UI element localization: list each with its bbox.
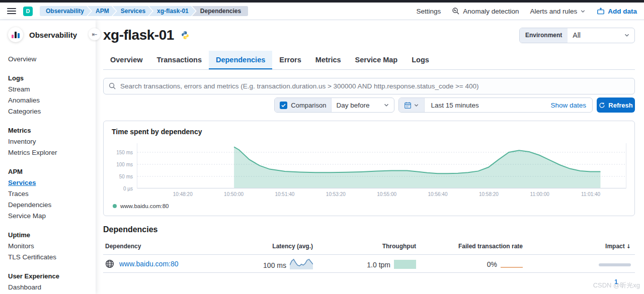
- breadcrumb-xg-flask-01[interactable]: xg-flask-01: [149, 6, 196, 16]
- show-dates-link[interactable]: Show dates: [544, 98, 592, 112]
- x-tick: 11:00:00: [530, 191, 549, 197]
- menu-icon[interactable]: [7, 8, 16, 14]
- add-data-link[interactable]: Add data: [597, 7, 637, 15]
- tab-metrics[interactable]: Metrics: [308, 51, 348, 69]
- observability-logo-icon: [8, 27, 23, 42]
- legend-label[interactable]: www.baidu.com:80: [120, 203, 169, 209]
- sidebar-group-apm: APM: [8, 166, 88, 177]
- date-picker-quick-menu[interactable]: [399, 98, 425, 112]
- sidebar-item-services[interactable]: Services: [8, 177, 88, 188]
- time-range-value[interactable]: Last 15 minutes: [425, 98, 544, 112]
- sidebar-group-logs: Logs: [8, 73, 88, 83]
- latency-sparkline: [290, 258, 313, 269]
- dependencies-section-title: Dependencies: [103, 225, 635, 234]
- sidebar-item-dashboard[interactable]: Dashboard: [8, 281, 88, 292]
- failed-rate-sparkline: [501, 259, 523, 268]
- y-tick: 50 ms: [119, 174, 133, 179]
- sidebar-item-dependencies[interactable]: Dependencies: [8, 199, 88, 210]
- sidebar-app-title: Observability: [29, 31, 77, 39]
- x-tick: 11:01:40: [581, 191, 600, 197]
- x-tick: 10:51:40: [275, 191, 294, 197]
- collapse-sidebar-icon[interactable]: ⇤: [89, 28, 101, 40]
- sidebar-item-monitors[interactable]: Monitors: [8, 240, 88, 251]
- tab-logs[interactable]: Logs: [405, 51, 436, 69]
- column-header-throughput[interactable]: Throughput: [317, 238, 420, 255]
- breadcrumb-services[interactable]: Services: [113, 6, 152, 16]
- sidebar-item-overview[interactable]: Overview: [8, 53, 88, 64]
- tab-transactions[interactable]: Transactions: [150, 51, 209, 69]
- tab-service-map[interactable]: Service Map: [348, 51, 405, 69]
- sidebar-group-metrics: Metrics: [8, 125, 88, 136]
- y-tick: 100 ms: [116, 162, 133, 167]
- y-tick: 0 µs: [123, 186, 133, 191]
- tab-errors[interactable]: Errors: [272, 51, 308, 69]
- breadcrumb-dependencies: Dependencies: [192, 6, 248, 16]
- x-tick: 10:55:00: [377, 191, 396, 197]
- environment-value: All: [568, 28, 624, 43]
- tab-dependencies[interactable]: Dependencies: [209, 51, 272, 69]
- main-content: xg-flask-01 Environment All OverviewTran…: [96, 20, 644, 294]
- y-axis-labels: 150 ms100 ms50 ms0 µs: [112, 143, 137, 188]
- latency-value: 100 ms: [263, 261, 286, 269]
- column-header-impact[interactable]: Impact↓: [527, 238, 635, 255]
- comparison-checkbox[interactable]: [280, 102, 287, 109]
- tab-overview[interactable]: Overview: [103, 51, 150, 69]
- breadcrumbs: ObservabilityAPMServicesxg-flask-01Depen…: [40, 6, 248, 16]
- sidebar-item-metrics-explorer[interactable]: Metrics Explorer: [8, 147, 88, 158]
- time-spent-panel: Time spent by dependency 150 ms100 ms50 …: [103, 121, 635, 216]
- failed-rate-value: 0%: [487, 260, 497, 268]
- date-picker-group: Last 15 minutes Show dates: [398, 97, 593, 113]
- dependencies-table: DependencyLatency (avg.)ThroughputFailed…: [103, 238, 635, 273]
- y-tick: 150 ms: [116, 150, 133, 155]
- sidebar-item-inventory[interactable]: Inventory: [8, 136, 88, 147]
- column-header-dependency[interactable]: Dependency: [103, 238, 216, 255]
- sidebar-nav: OverviewLogsStreamAnomaliesCategoriesMet…: [8, 53, 88, 292]
- environment-label: Environment: [520, 28, 568, 43]
- chart-title: Time spent by dependency: [112, 128, 626, 136]
- top-header: D ObservabilityAPMServicesxg-flask-01Dep…: [0, 3, 644, 20]
- comparison-select[interactable]: Day before: [332, 98, 394, 112]
- refresh-button[interactable]: Refresh: [597, 97, 635, 113]
- table-header-row: DependencyLatency (avg.)ThroughputFailed…: [103, 238, 635, 255]
- sidebar-item-service-map[interactable]: Service Map: [8, 210, 88, 221]
- legend-dot: [113, 204, 117, 208]
- sidebar-item-stream[interactable]: Stream: [8, 83, 88, 94]
- chevron-down-icon: [414, 103, 419, 108]
- breadcrumb-apm[interactable]: APM: [88, 6, 116, 16]
- search-bar: [103, 78, 635, 94]
- alerts-and-rules-menu[interactable]: Alerts and rules: [530, 8, 586, 15]
- settings-link[interactable]: Settings: [417, 8, 441, 15]
- environment-select[interactable]: Environment All: [519, 28, 635, 43]
- search-icon: [109, 82, 116, 90]
- area-chart: [137, 143, 626, 188]
- sidebar-item-traces[interactable]: Traces: [8, 188, 88, 199]
- breadcrumb-observability[interactable]: Observability: [40, 6, 91, 16]
- anomaly-detection-link[interactable]: Anomaly detection: [452, 7, 519, 15]
- sidebar-item-anomalies[interactable]: Anomalies: [8, 94, 88, 106]
- column-header-latency-avg-[interactable]: Latency (avg.): [216, 238, 317, 255]
- dependency-link[interactable]: www.baidu.com:80: [119, 260, 179, 268]
- comparison-group: Comparison Day before: [274, 97, 394, 113]
- x-tick: 10:56:40: [428, 191, 448, 197]
- watermark: CSDN @昕光xg 1: [593, 281, 640, 290]
- calendar-icon: [404, 102, 412, 109]
- chevron-down-icon: [580, 9, 586, 14]
- refresh-icon: [599, 102, 605, 109]
- throughput-sparkline: [394, 259, 416, 269]
- sidebar: Observability ⇤ OverviewLogsStreamAnomal…: [0, 20, 96, 294]
- page-title: xg-flask-01: [103, 27, 174, 43]
- service-tabs: OverviewTransactionsDependenciesErrorsMe…: [103, 51, 635, 70]
- x-tick: 10:48:20: [173, 191, 193, 197]
- x-axis-labels: 10:48:2010:50:0010:51:4010:53:2010:55:00…: [137, 190, 626, 199]
- sidebar-group-user-experience: User Experience: [8, 271, 88, 281]
- space-avatar[interactable]: D: [23, 7, 33, 16]
- add-data-icon: [597, 7, 605, 15]
- x-tick: 10:53:20: [326, 191, 346, 197]
- column-header-failed-transaction-rate[interactable]: Failed transaction rate: [420, 238, 527, 255]
- sidebar-item-tls-certificates[interactable]: TLS Certificates: [8, 251, 88, 262]
- search-input[interactable]: [120, 82, 629, 90]
- sidebar-item-categories[interactable]: Categories: [8, 106, 88, 117]
- x-tick: 10:58:20: [479, 191, 499, 197]
- table-row: www.baidu.com:80 100 ms 1.0 tpm: [103, 255, 635, 273]
- chevron-down-icon: [383, 102, 389, 108]
